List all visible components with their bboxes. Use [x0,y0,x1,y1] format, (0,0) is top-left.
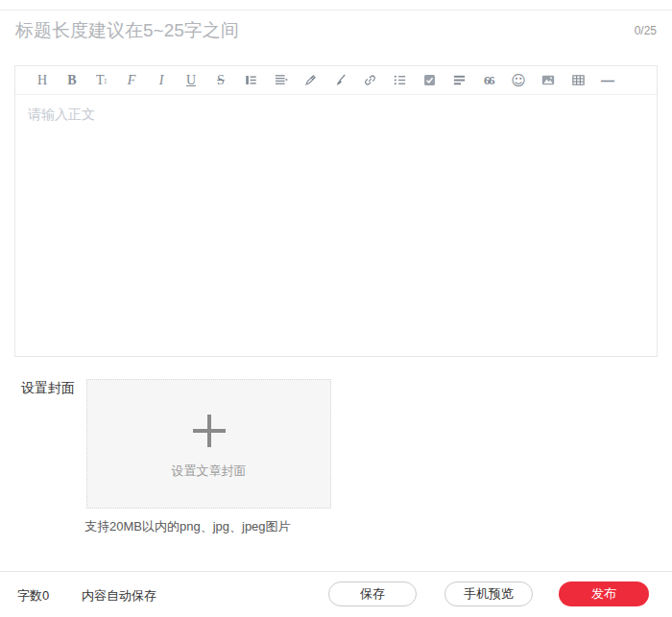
cover-section-label: 设置封面 [21,380,75,397]
link-icon[interactable] [361,72,378,89]
bold-icon[interactable]: B [63,72,81,89]
font-family-icon[interactable]: F [123,72,140,89]
unordered-list-icon[interactable] [391,72,408,89]
top-divider [0,10,672,11]
horizontal-rule-icon[interactable]: — [599,72,616,89]
title-input[interactable]: 标题长度建议在5~25字之间 [15,17,553,44]
cover-upload-box[interactable]: 设置文章封面 [86,379,331,509]
brush-icon[interactable] [331,72,348,89]
font-size-icon[interactable]: T↕ [93,72,110,89]
editor-body[interactable]: 请输入正文 [15,95,657,356]
pen-icon[interactable] [301,72,319,89]
strikethrough-icon[interactable]: S [212,72,229,89]
line-height-icon[interactable] [272,72,289,89]
plus-icon [193,415,226,447]
title-char-counter: 0/25 [635,24,657,37]
word-count-value: 0 [42,588,49,603]
heading-icon[interactable]: H [34,72,51,89]
table-icon[interactable] [569,72,587,89]
italic-icon[interactable]: I [153,72,170,89]
align-icon[interactable] [450,72,468,89]
task-list-icon[interactable] [420,72,438,89]
underline-icon[interactable]: U [182,72,200,89]
emoji-icon[interactable]: ☺ [510,72,527,89]
autosave-status: 内容自动保存 [82,587,156,605]
indent-icon[interactable] [242,72,259,89]
article-editor-page: 标题长度建议在5~25字之间 0/25 HBT↕FIUS66☺— 请输入正文 设… [0,0,672,617]
footer-divider [0,571,672,572]
save-button[interactable]: 保存 [328,581,417,606]
word-count: 字数0 [17,587,49,605]
font-size-icon-suffix: ↕ [104,72,108,89]
quote-icon[interactable]: 66 [480,72,497,89]
cover-format-hint: 支持20MB以内的png、jpg、jpeg图片 [84,518,291,535]
publish-button[interactable]: 发布 [559,581,649,606]
rich-text-editor: HBT↕FIUS66☺— 请输入正文 [14,65,658,357]
cover-upload-text: 设置文章封面 [87,463,330,480]
editor-body-placeholder: 请输入正文 [28,107,95,124]
image-icon[interactable] [540,72,557,89]
word-count-label: 字数 [17,588,42,603]
mobile-preview-button[interactable]: 手机预览 [444,581,533,606]
editor-toolbar: HBT↕FIUS66☺— [15,66,657,95]
